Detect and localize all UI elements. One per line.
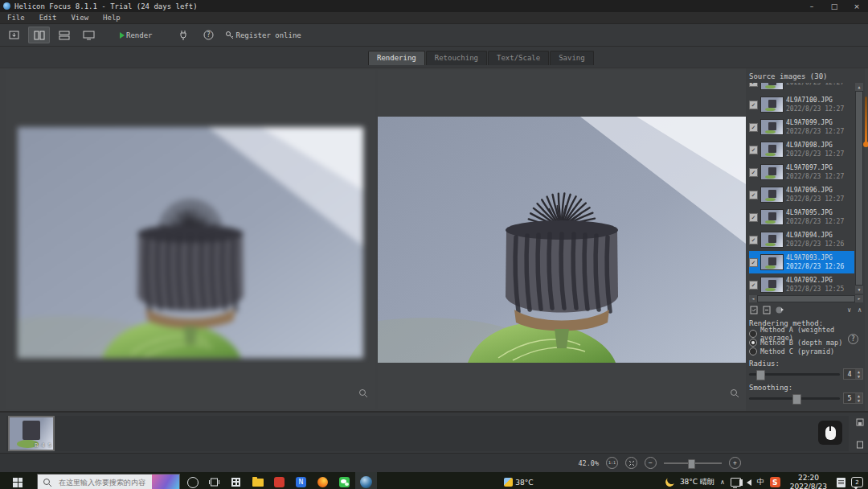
zoom-out-button[interactable]: − — [645, 457, 657, 469]
horizontal-split-view-button[interactable] — [53, 27, 75, 43]
clock[interactable]: 22:20 2022/8/23 — [786, 474, 831, 489]
clear-thumbnails-button[interactable] — [855, 440, 864, 449]
checkbox[interactable]: ✓ — [749, 83, 758, 87]
tab-rendering[interactable]: Rendering — [368, 51, 425, 65]
slider-thumb[interactable] — [792, 394, 801, 405]
start-button[interactable] — [0, 472, 35, 489]
radio-icon[interactable] — [749, 347, 757, 355]
list-item[interactable]: ✓ 4L9A7092.JPG2022/8/23 12:25 — [749, 273, 854, 294]
task-view-button[interactable] — [203, 472, 225, 489]
vertical-scrollbar[interactable]: ▲ ▼ — [855, 83, 863, 294]
menu-file[interactable]: File — [0, 14, 32, 22]
search-input[interactable] — [57, 478, 155, 487]
slider-thumb[interactable] — [756, 370, 765, 380]
select-all-button[interactable] — [749, 306, 759, 314]
list-item[interactable]: ✓ 4L9A7097.JPG2022/8/23 12:27 — [749, 161, 854, 183]
checkbox[interactable]: ✓ — [749, 101, 758, 109]
browser-button[interactable] — [312, 472, 334, 489]
volume-icon[interactable] — [747, 479, 751, 486]
scrollbar-thumb[interactable] — [856, 92, 862, 285]
checkbox[interactable]: ✓ — [749, 123, 758, 132]
tab-text-scale[interactable]: Text/Scale — [488, 51, 549, 65]
smoothing-slider[interactable] — [749, 397, 840, 400]
menu-edit[interactable]: Edit — [32, 14, 64, 22]
checkbox[interactable]: ✓ — [749, 281, 758, 290]
wechat-button[interactable] — [334, 472, 355, 489]
zoom-slider-thumb[interactable] — [688, 459, 695, 469]
export-thumbnails-button[interactable] — [855, 417, 864, 426]
register-online-button[interactable]: Register online — [223, 27, 304, 43]
help-button[interactable]: ? — [198, 27, 219, 43]
list-item-selected[interactable]: ✓ 4L9A7093.JPG2022/8/23 12:26 — [749, 251, 854, 273]
method-a-radio[interactable]: Method A (weighted average) — [749, 329, 863, 338]
weather-window-button[interactable]: 38°C — [499, 472, 538, 489]
scroll-left-icon[interactable]: ◄ — [749, 295, 757, 302]
spin-down-icon[interactable]: ▼ — [855, 398, 862, 403]
checkbox[interactable]: ✓ — [749, 191, 758, 199]
radio-icon[interactable] — [749, 330, 757, 338]
zoom-in-button[interactable]: + — [729, 457, 741, 469]
hidden-icons-button[interactable]: ∧ — [720, 479, 725, 486]
minimize-button[interactable]: – — [800, 0, 823, 12]
sort-order-button[interactable] — [775, 306, 784, 314]
tab-saving[interactable]: Saving — [550, 51, 594, 65]
smoothing-spinbox[interactable]: 5 ▲▼ — [843, 392, 863, 404]
collapse-down-icon[interactable]: ∨ — [845, 306, 853, 314]
scroll-up-icon[interactable]: ▲ — [855, 83, 863, 91]
checkbox[interactable]: ✓ — [749, 236, 758, 244]
spin-down-icon[interactable]: ▼ — [855, 374, 862, 379]
n-app-button[interactable]: N — [290, 472, 312, 489]
helicon-focus-taskbar-button[interactable] — [355, 472, 377, 489]
list-item[interactable]: ✓ 4L9A7099.JPG2022/8/23 12:27 — [749, 116, 854, 138]
menu-help[interactable]: Help — [96, 14, 128, 22]
output-thumbnail[interactable]: B 4 5 — [8, 416, 55, 451]
checkbox[interactable]: ✓ — [749, 146, 758, 154]
cortana-button[interactable] — [182, 472, 203, 489]
method-c-radio[interactable]: Method C (pyramid) — [749, 347, 863, 355]
ime-indicator[interactable]: 中 — [757, 477, 764, 487]
vertical-split-view-button[interactable] — [28, 27, 50, 43]
collapse-up-icon[interactable]: ∧ — [856, 306, 863, 314]
list-item[interactable]: ✓ 4L9A7098.JPG2022/8/23 12:27 — [749, 138, 854, 161]
method-help-button[interactable]: ? — [848, 334, 858, 344]
radio-selected-icon[interactable] — [749, 339, 757, 347]
taskbar-search[interactable] — [37, 474, 180, 489]
sogou-ime-icon[interactable]: S — [770, 477, 780, 487]
checkbox[interactable]: ✓ — [749, 258, 758, 267]
scrollbar-thumb[interactable] — [758, 296, 854, 302]
zoom-100-button[interactable]: 1:1 — [606, 457, 618, 469]
result-image-panel[interactable] — [378, 70, 746, 409]
close-button[interactable]: × — [845, 0, 868, 12]
search-highlight-image[interactable] — [152, 475, 179, 489]
list-item[interactable]: ✓ 4L9A7100.JPG2022/8/23 12:27 — [749, 93, 854, 116]
tray-weather-text[interactable]: 38°C 晴朗 — [680, 477, 714, 487]
maximize-button[interactable]: □ — [823, 0, 845, 12]
media-app-button[interactable] — [268, 472, 290, 489]
source-image-panel[interactable] — [6, 70, 375, 409]
tab-retouching[interactable]: Retouching — [426, 51, 487, 65]
zoom-slider[interactable] — [664, 462, 722, 464]
fullscreen-button[interactable] — [78, 27, 100, 43]
checkbox[interactable]: ✓ — [749, 168, 758, 177]
magnifier-icon[interactable] — [730, 388, 739, 400]
radius-slider[interactable] — [749, 373, 840, 376]
list-item[interactable]: ✓ 2022/8/23 12:27 — [749, 83, 854, 93]
notes-icon[interactable] — [837, 478, 845, 487]
app-grid-button[interactable] — [225, 472, 247, 489]
file-explorer-button[interactable] — [247, 472, 268, 489]
list-item[interactable]: ✓ 4L9A7096.JPG2022/8/23 12:27 — [749, 183, 854, 206]
horizontal-scrollbar[interactable]: ◄ ► — [749, 295, 863, 302]
menu-view[interactable]: View — [63, 14, 96, 22]
radius-spinbox[interactable]: 4 ▲▼ — [843, 368, 863, 380]
unselect-all-button[interactable] — [762, 306, 772, 314]
checkbox[interactable]: ✓ — [749, 213, 758, 222]
render-toolbar-button[interactable]: Render — [117, 27, 155, 43]
magnifier-icon[interactable] — [358, 388, 368, 400]
plugin-button[interactable] — [173, 27, 194, 43]
scroll-right-icon[interactable]: ► — [855, 295, 863, 302]
scroll-down-icon[interactable]: ▼ — [855, 286, 863, 294]
notification-center-icon[interactable]: 2 — [851, 477, 863, 487]
open-images-button[interactable] — [3, 27, 25, 43]
list-item[interactable]: ✓ 4L9A7095.JPG2022/8/23 12:27 — [749, 206, 854, 228]
fit-to-screen-button[interactable] — [625, 457, 637, 469]
